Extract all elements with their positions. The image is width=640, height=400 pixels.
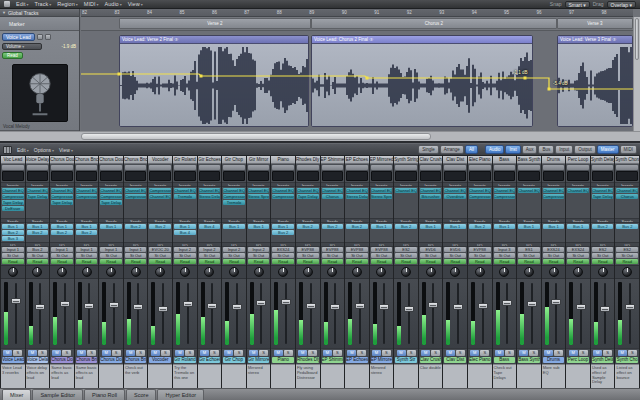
automation-mode-button[interactable]: Read: [76, 259, 98, 264]
channel-color-label[interactable]: Chorus Doub: [51, 357, 73, 363]
insert-slot-channel-eq[interactable]: Channel EQ: [592, 188, 614, 193]
insert-slot-compressor[interactable]: Compressor: [149, 188, 171, 193]
output-slot[interactable]: St Out: [174, 253, 196, 258]
channel-color-label[interactable]: Synth Delay: [592, 357, 614, 363]
output-slot[interactable]: St Out: [297, 253, 319, 258]
solo-button[interactable]: S: [62, 350, 71, 356]
channel-comment[interactable]: [99, 364, 123, 388]
insert-slot-compressor[interactable]: Compressor: [223, 194, 245, 199]
channel-color-label[interactable]: Rhodes Dly: [297, 357, 319, 363]
mixer-filter-midi-button[interactable]: MIDI: [620, 145, 638, 154]
automation-mode-button[interactable]: Read: [149, 259, 171, 264]
channel-name-tab[interactable]: Chorus Doub: [50, 156, 74, 164]
channel-comment[interactable]: Try the Tremolo on this one: [173, 364, 197, 388]
pan-knob[interactable]: [376, 267, 386, 277]
channel-name-tab[interactable]: Vocoder: [148, 156, 172, 164]
insert-slot-chorus[interactable]: Chorus: [322, 194, 344, 199]
mute-button[interactable]: M: [421, 350, 430, 356]
solo-button[interactable]: S: [259, 350, 268, 356]
solo-button[interactable]: S: [87, 350, 96, 356]
mixer-view-all-button[interactable]: All: [465, 145, 478, 154]
volume-fader[interactable]: [600, 306, 610, 312]
channel-setting-button[interactable]: [149, 165, 171, 170]
automation-mode-button[interactable]: Read: [27, 259, 49, 264]
input-slot[interactable]: EXS24: [272, 247, 294, 252]
volume-fader[interactable]: [256, 300, 266, 306]
insert-slot-channel-eq[interactable]: Channel EQ: [322, 188, 344, 193]
drag-select[interactable]: Overlap ▾: [607, 1, 636, 8]
marker-chorus-2[interactable]: Chorus 2: [311, 18, 557, 29]
solo-button[interactable]: S: [38, 350, 47, 356]
output-slot[interactable]: St Out: [371, 253, 393, 258]
channel-name-tab[interactable]: Elec Piano: [468, 156, 492, 164]
channel-setting-button[interactable]: [371, 165, 393, 170]
channel-name-tab[interactable]: Bass Synth: [517, 156, 541, 164]
bar-ruler[interactable]: 8283848586878889909192939495969798: [81, 9, 633, 17]
pan-knob[interactable]: [303, 267, 313, 277]
mute-button[interactable]: M: [347, 350, 356, 356]
channel-name-tab[interactable]: Gtr Mirror: [247, 156, 271, 164]
automation-mode-button[interactable]: Read: [297, 259, 319, 264]
pan-knob[interactable]: [82, 267, 92, 277]
mixer-filter-bus-button[interactable]: Bus: [538, 145, 554, 154]
eq-thumbnail[interactable]: [371, 171, 393, 181]
automation-mode-button[interactable]: Read: [420, 259, 442, 264]
send-slot-bus-2[interactable]: Bus 2: [616, 224, 638, 229]
marker-verse-3[interactable]: Verse 3: [557, 18, 633, 29]
output-slot[interactable]: St Out: [248, 253, 270, 258]
send-slot-bus-1[interactable]: Bus 1: [371, 224, 393, 229]
output-slot[interactable]: St Out: [346, 253, 368, 258]
automation-mode-button[interactable]: Read: [199, 259, 221, 264]
automation-mode-button[interactable]: Read: [174, 259, 196, 264]
volume-fader[interactable]: [379, 304, 389, 310]
insert-slot-channel-eq[interactable]: Channel EQ: [297, 188, 319, 193]
insert-slot-tremolo[interactable]: Tremolo: [223, 200, 245, 205]
channel-name-tab[interactable]: Clav Crush: [419, 156, 443, 164]
mute-button[interactable]: M: [200, 350, 209, 356]
channel-name-tab[interactable]: Clav Dist: [443, 156, 467, 164]
pan-knob[interactable]: [278, 267, 288, 277]
mixer-filter-master-button[interactable]: Master: [597, 145, 619, 154]
insert-slot-channel-eq[interactable]: Channel EQ: [100, 188, 122, 193]
automation-mode-button[interactable]: Read: [616, 259, 638, 264]
output-slot[interactable]: St Out: [494, 253, 516, 258]
channel-color-label[interactable]: Bass: [494, 357, 516, 363]
channel-color-label[interactable]: Synth Str: [395, 357, 417, 363]
channel-comment[interactable]: Check out the verb: [124, 364, 148, 388]
automation-mode-button[interactable]: Read: [322, 259, 344, 264]
output-slot[interactable]: St Out: [567, 253, 589, 258]
mute-button[interactable]: M: [593, 350, 602, 356]
send-slot-bus-2[interactable]: Bus 2: [346, 224, 368, 229]
channel-comment[interactable]: [321, 364, 345, 388]
channel-name-tab[interactable]: EP Shimmer: [321, 156, 345, 164]
mute-button[interactable]: M: [519, 350, 528, 356]
eq-thumbnail[interactable]: [51, 171, 73, 181]
automation-mode-button[interactable]: Read: [100, 259, 122, 264]
channel-comment[interactable]: [222, 364, 246, 388]
insert-slot-channel-eq[interactable]: Channel EQ: [420, 188, 442, 193]
mute-button[interactable]: M: [618, 350, 627, 356]
channel-comment[interactable]: [345, 364, 369, 388]
pan-knob[interactable]: [499, 267, 509, 277]
send-slot-bus-2[interactable]: Bus 2: [125, 224, 147, 229]
mute-button[interactable]: M: [446, 350, 455, 356]
input-slot[interactable]: EVP88: [346, 247, 368, 252]
eq-thumbnail[interactable]: [469, 171, 491, 181]
pan-knob[interactable]: [57, 267, 67, 277]
send-slot-bus-2[interactable]: Bus 2: [2, 230, 24, 235]
pan-knob[interactable]: [352, 267, 362, 277]
volume-fader[interactable]: [84, 303, 94, 309]
send-slot-bus-2[interactable]: Bus 2: [469, 224, 491, 229]
track-monitor-button[interactable]: [45, 34, 51, 40]
channel-color-label[interactable]: Vocoder: [149, 357, 171, 363]
snap-select[interactable]: Smart ▾: [565, 1, 590, 8]
eq-thumbnail[interactable]: [76, 171, 98, 181]
channel-setting-button[interactable]: [2, 165, 24, 170]
pan-knob[interactable]: [327, 267, 337, 277]
send-slot-bus-1[interactable]: Bus 1: [494, 224, 516, 229]
mute-button[interactable]: M: [151, 350, 160, 356]
mute-button[interactable]: M: [224, 350, 233, 356]
channel-setting-button[interactable]: [616, 165, 638, 170]
eq-thumbnail[interactable]: [100, 171, 122, 181]
input-slot[interactable]: Input 2: [199, 247, 221, 252]
